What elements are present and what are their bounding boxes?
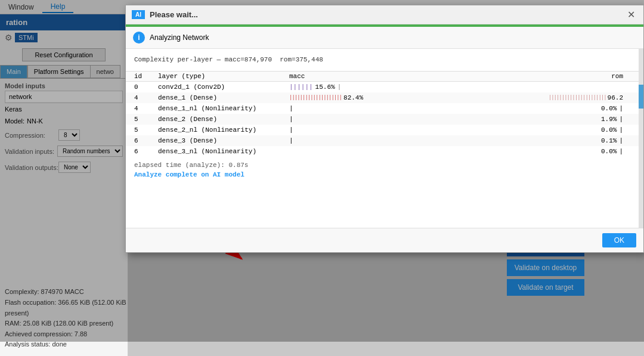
modal-footer: OK bbox=[126, 228, 643, 252]
row-rom: 1.9%| bbox=[575, 116, 635, 123]
table-row-4: 5 dense_2_nl (Nonlinearity) | 0.0%| bbox=[126, 125, 643, 135]
row-layer: dense_1_nl (Nonlinearity) bbox=[158, 105, 289, 112]
please-wait-dialog: AI Please wait... ✕ i Analyzing Network … bbox=[125, 5, 644, 253]
row-id: 0 bbox=[134, 83, 158, 91]
table-header: id layer (type) macc rom bbox=[126, 71, 643, 82]
table-row-0: 0 conv2d_1 (Conv2D) |||||| 15.6% | bbox=[126, 82, 643, 92]
modal-scrollbar-thumb bbox=[639, 85, 643, 109]
col-layer: layer (type) bbox=[158, 73, 289, 80]
info-circle-icon: i bbox=[133, 32, 145, 44]
row-id: 5 bbox=[134, 126, 158, 134]
complete-text: Analyze complete on AI model bbox=[126, 171, 643, 183]
table-row-5: 6 dense_3 (Dense) | 0.1%| bbox=[126, 135, 643, 146]
col-rom: rom bbox=[575, 73, 635, 80]
table-row-3: 5 dense_2 (Dense) | 1.9%| bbox=[126, 114, 643, 125]
row-id: 6 bbox=[134, 137, 158, 144]
modal-content[interactable]: Complexity per-layer — macc=874,970 rom=… bbox=[126, 49, 643, 228]
row-rom: 0.0%| bbox=[575, 148, 635, 155]
complexity-line: Complexity per-layer — macc=874,970 rom=… bbox=[126, 49, 643, 71]
modal-title-bar: AI Please wait... ✕ bbox=[126, 5, 643, 24]
table-row-2: 4 dense_1_nl (Nonlinearity) | 0.0%| bbox=[126, 103, 643, 114]
modal-analyzing-row: i Analyzing Network bbox=[126, 27, 643, 49]
elapsed-text: elapsed time (analyze): 0.87s bbox=[126, 157, 643, 171]
row-layer: conv2d_1 (Conv2D) bbox=[158, 83, 289, 91]
row-id: 4 bbox=[134, 94, 158, 101]
row-macc: | bbox=[289, 105, 575, 112]
modal-logo-icon: AI bbox=[132, 10, 145, 19]
row-id: 5 bbox=[134, 116, 158, 123]
row-rom: 0.0%| bbox=[575, 126, 635, 134]
row-layer: dense_3_nl (Nonlinearity) bbox=[158, 148, 289, 155]
analyzing-text: Analyzing Network bbox=[150, 33, 209, 42]
row-layer: dense_2 (Dense) bbox=[158, 116, 289, 123]
modal-title-text: Please wait... bbox=[150, 10, 198, 19]
row-id: 4 bbox=[134, 105, 158, 112]
row-layer: dense_2_nl (Nonlinearity) bbox=[158, 126, 289, 134]
row-rom: 0.1%| bbox=[575, 137, 635, 144]
modal-scrollbar[interactable] bbox=[639, 49, 643, 228]
row-rom: |||||||||||||||||||||| 96.2 bbox=[575, 94, 635, 101]
table-row-1: 4 dense_1 (Dense) |||||||||||||||||||| 8… bbox=[126, 92, 643, 103]
col-macc: macc bbox=[289, 73, 575, 80]
modal-close-button[interactable]: ✕ bbox=[625, 9, 637, 20]
row-macc: | bbox=[289, 137, 575, 144]
ok-button[interactable]: OK bbox=[602, 233, 636, 247]
row-macc: |||||| 15.6% | bbox=[289, 83, 575, 91]
row-layer: dense_1 (Dense) bbox=[158, 94, 289, 101]
row-layer: dense_3 (Dense) bbox=[158, 137, 289, 144]
col-id: id bbox=[134, 73, 158, 80]
row-macc: |||||||||||||||||||| 82.4% bbox=[289, 94, 575, 101]
row-rom: 0.0%| bbox=[575, 105, 635, 112]
row-macc: | bbox=[289, 116, 575, 123]
table-row-6: 6 dense_3_nl (Nonlinearity) 0.0%| bbox=[126, 146, 643, 157]
row-id: 6 bbox=[134, 148, 158, 155]
row-macc: | bbox=[289, 126, 575, 134]
